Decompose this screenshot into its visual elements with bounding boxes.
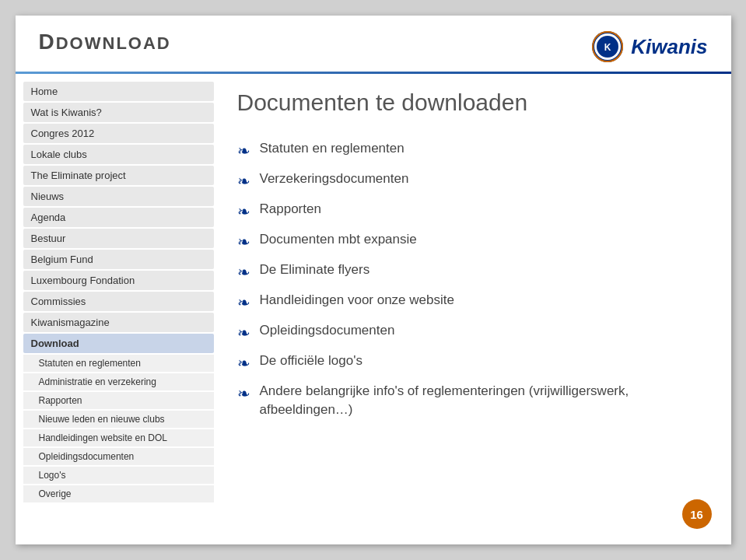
- sidebar-sub-nav-item[interactable]: Rapporten: [23, 392, 214, 409]
- svg-text:K: K: [604, 42, 611, 53]
- sidebar-sub-nav-item[interactable]: Logo's: [23, 467, 214, 484]
- bullet-icon: ❧: [237, 201, 250, 222]
- list-item: ❧Documenten mbt expansie: [237, 230, 708, 253]
- sidebar-nav-item[interactable]: The Eliminate project: [23, 166, 214, 185]
- list-item: ❧Verzekeringsdocumenten: [237, 170, 708, 192]
- sidebar-nav-item[interactable]: Nieuws: [23, 187, 214, 206]
- kiwanis-emblem-icon: K: [590, 30, 625, 64]
- sidebar: HomeWat is Kiwanis?Congres 2012Lokale cl…: [16, 74, 214, 544]
- list-item-text: Statuten en reglementen: [260, 139, 405, 158]
- list-item-text: Andere belangrijke info's of reglementer…: [260, 382, 708, 419]
- list-item: ❧Handleidingen voor onze website: [237, 291, 708, 313]
- list-item-text: Documenten mbt expansie: [260, 230, 417, 249]
- page-number-badge: 16: [682, 499, 712, 529]
- sidebar-nav-item[interactable]: Agenda: [23, 208, 214, 227]
- header: DDownload K Kiwanis: [16, 16, 731, 72]
- sidebar-nav-item[interactable]: Belgium Fund: [23, 250, 214, 269]
- sidebar-nav-item[interactable]: Wat is Kiwanis?: [23, 103, 214, 122]
- bullet-icon: ❧: [237, 140, 250, 162]
- sidebar-nav-item[interactable]: Home: [23, 82, 214, 101]
- bullet-icon: ❧: [237, 231, 250, 253]
- list-item: ❧De Eliminate flyers: [237, 261, 708, 283]
- sidebar-sub-nav-item[interactable]: Handleidingen website en DOL: [23, 429, 214, 446]
- sidebar-sub-nav-item[interactable]: Opleidingsdocumenten: [23, 448, 214, 465]
- list-item-text: Verzekeringsdocumenten: [260, 170, 409, 188]
- bullet-icon: ❧: [237, 352, 250, 374]
- sidebar-sub-nav-item[interactable]: Statuten en reglementen: [23, 355, 214, 372]
- kiwanis-logo: K Kiwanis: [590, 30, 707, 64]
- sidebar-nav: HomeWat is Kiwanis?Congres 2012Lokale cl…: [23, 82, 214, 502]
- sidebar-nav-item[interactable]: Lokale clubs: [23, 145, 214, 164]
- bullet-icon: ❧: [237, 322, 250, 344]
- list-item-text: Opleidingsdocumenten: [260, 321, 395, 340]
- list-item-text: Rapporten: [260, 200, 321, 219]
- bullet-icon: ❧: [237, 383, 250, 404]
- list-item: ❧De officiële logo's: [237, 352, 708, 374]
- sidebar-nav-item[interactable]: Congres 2012: [23, 124, 214, 143]
- sidebar-nav-item[interactable]: Kiwanismagazine: [23, 313, 214, 332]
- list-item-text: De Eliminate flyers: [260, 261, 370, 279]
- bullet-icon: ❧: [237, 261, 250, 283]
- list-item: ❧Statuten en reglementen: [237, 139, 708, 162]
- bullet-icon: ❧: [237, 170, 250, 192]
- slide-container: DDownload K Kiwanis HomeWat is Kiwanis?C…: [16, 16, 731, 544]
- sidebar-sub-nav-item[interactable]: Overige: [23, 485, 214, 502]
- content-heading: Documenten te downloaden: [237, 89, 708, 116]
- main-content: HomeWat is Kiwanis?Congres 2012Lokale cl…: [16, 74, 731, 544]
- bullet-list: ❧Statuten en reglementen❧Verzekeringsdoc…: [237, 139, 708, 419]
- list-item: ❧Opleidingsdocumenten: [237, 321, 708, 344]
- content-area: Documenten te downloaden ❧Statuten en re…: [214, 74, 731, 544]
- sidebar-sub-nav-item[interactable]: Nieuwe leden en nieuwe clubs: [23, 411, 214, 428]
- sidebar-nav-item[interactable]: Luxembourg Fondation: [23, 271, 214, 290]
- bullet-icon: ❧: [237, 292, 250, 313]
- list-item-text: Handleidingen voor onze website: [260, 291, 454, 310]
- kiwanis-label: Kiwanis: [631, 35, 707, 59]
- page-number-value: 16: [690, 508, 703, 521]
- list-item-text: De officiële logo's: [260, 352, 362, 370]
- list-item: ❧Rapporten: [237, 200, 708, 222]
- sidebar-sub-nav-item[interactable]: Administratie en verzekering: [23, 373, 214, 390]
- list-item: ❧Andere belangrijke info's of reglemente…: [237, 382, 708, 419]
- page-title: DDownload: [39, 30, 171, 54]
- sidebar-nav-item[interactable]: Download: [23, 334, 214, 353]
- sidebar-nav-item[interactable]: Bestuur: [23, 229, 214, 248]
- sidebar-nav-item[interactable]: Commissies: [23, 292, 214, 311]
